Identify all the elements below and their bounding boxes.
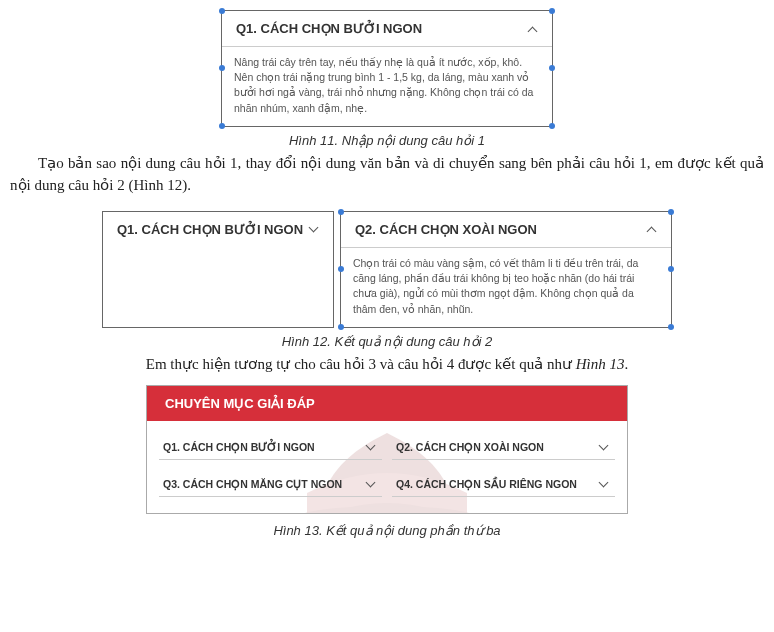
chevron-up-icon <box>528 24 538 34</box>
chevron-down-icon <box>599 442 609 452</box>
selection-handle <box>549 123 555 129</box>
selection-handle <box>668 209 674 215</box>
paragraph-2-text-a: Em thực hiện tương tự cho câu hỏi 3 và c… <box>146 356 576 372</box>
figure-11: Q1. CÁCH CHỌN BƯỞI NGON Nâng trái cây tr… <box>10 10 764 148</box>
figure-caption: Hình 13. Kết quả nội dung phần thứ ba <box>10 523 764 538</box>
accordion-q2[interactable]: Q2. CÁCH CHỌN XOÀI NGON <box>392 435 615 460</box>
figure-caption: Hình 12. Kết quả nội dung câu hỏi 2 <box>10 334 764 349</box>
selection-handle <box>338 324 344 330</box>
accordion-title: Q3. CÁCH CHỌN MĂNG CỤT NGON <box>163 478 342 490</box>
selection-handle <box>668 324 674 330</box>
chevron-down-icon <box>366 442 376 452</box>
svg-point-0 <box>297 506 477 514</box>
paragraph-2-text-c: . <box>625 356 629 372</box>
figure-caption: Hình 11. Nhập nội dung câu hỏi 1 <box>10 133 764 148</box>
accordion-title: Q4. CÁCH CHỌN SẦU RIÊNG NGON <box>396 478 577 490</box>
accordion-q3[interactable]: Q3. CÁCH CHỌN MĂNG CỤT NGON <box>159 472 382 497</box>
chevron-down-icon <box>309 224 319 234</box>
accordion-q1[interactable]: Q1. CÁCH CHỌN BƯỞI NGON <box>159 435 382 460</box>
accordion-body: Nâng trái cây trên tay, nếu thấy nhẹ là … <box>222 47 552 126</box>
accordion-title: Q1. CÁCH CHỌN BƯỞI NGON <box>236 21 422 36</box>
accordion-title: Q2. CÁCH CHỌN XOÀI NGON <box>396 441 544 453</box>
chevron-down-icon <box>366 479 376 489</box>
selection-handle <box>549 8 555 14</box>
chevron-down-icon <box>599 479 609 489</box>
chevron-up-icon <box>647 224 657 234</box>
accordion-header[interactable]: Q2. CÁCH CHỌN XOÀI NGON <box>341 212 671 248</box>
accordion-q2-selected[interactable]: Q2. CÁCH CHỌN XOÀI NGON Chọn trái có màu… <box>340 211 672 328</box>
selection-handle <box>668 266 674 272</box>
figure-12: Q1. CÁCH CHỌN BƯỞI NGON Q2. CÁCH CHỌN XO… <box>10 211 764 349</box>
selection-handle <box>549 65 555 71</box>
paragraph-1: Tạo bản sao nội dung câu hỏi 1, thay đổi… <box>10 152 764 197</box>
accordion-title: Q1. CÁCH CHỌN BƯỞI NGON <box>163 441 315 453</box>
accordion-body: Chọn trái có màu vàng sậm, có vết thâm l… <box>341 248 671 327</box>
accordion-q1-collapsed[interactable]: Q1. CÁCH CHỌN BƯỞI NGON <box>102 211 334 328</box>
selection-handle <box>219 123 225 129</box>
selection-handle <box>338 209 344 215</box>
faq-section: CHUYÊN MỤC GIẢI ĐÁP Q1. CÁCH CHỌN BƯỞI N… <box>146 385 628 514</box>
accordion-q4[interactable]: Q4. CÁCH CHỌN SẦU RIÊNG NGON <box>392 472 615 497</box>
accordion-title: Q1. CÁCH CHỌN BƯỞI NGON <box>117 222 303 237</box>
paragraph-2-ref: Hình 13 <box>576 356 625 372</box>
accordion-title: Q2. CÁCH CHỌN XOÀI NGON <box>355 222 537 237</box>
section-header: CHUYÊN MỤC GIẢI ĐÁP <box>147 386 627 421</box>
selection-handle <box>219 8 225 14</box>
figure-13: CHUYÊN MỤC GIẢI ĐÁP Q1. CÁCH CHỌN BƯỞI N… <box>10 385 764 538</box>
paragraph-2: Em thực hiện tương tự cho câu hỏi 3 và c… <box>10 353 764 376</box>
accordion-q1-selected[interactable]: Q1. CÁCH CHỌN BƯỞI NGON Nâng trái cây tr… <box>221 10 553 127</box>
accordion-header[interactable]: Q1. CÁCH CHỌN BƯỞI NGON <box>222 11 552 47</box>
accordion-header[interactable]: Q1. CÁCH CHỌN BƯỞI NGON <box>103 212 333 247</box>
paragraph-1-text: Tạo bản sao nội dung câu hỏi 1, thay đổi… <box>10 155 764 194</box>
